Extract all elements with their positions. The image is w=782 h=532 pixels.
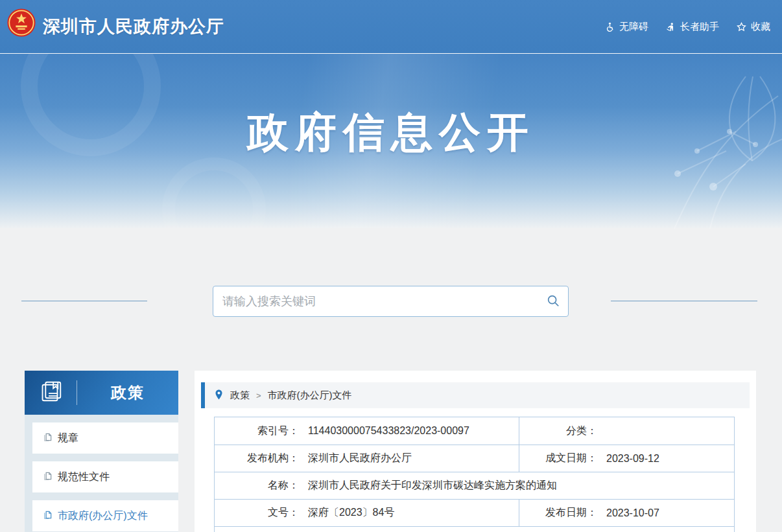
elder-assist-link[interactable]: 长者助手 — [665, 21, 719, 33]
banner: 政府信息公开 — [0, 53, 782, 228]
sidebar-item-municipal-government-documents[interactable]: 市政府(办公厅)文件 — [32, 500, 178, 531]
sidebar-title: 政策 — [77, 382, 178, 403]
publisher-label: 发布机构： — [215, 452, 299, 465]
publisher-cell: 发布机构： 深圳市人民政府办公厅 — [215, 445, 519, 472]
page: 深圳市人民政府办公厅 无障碍 — [0, 0, 782, 532]
location-pin-icon — [205, 389, 230, 402]
document-icon — [43, 432, 53, 445]
document-icon — [43, 471, 53, 483]
index-number-cell: 索引号： 114403000075433823/2023-00097 — [215, 417, 519, 445]
national-emblem-icon — [6, 8, 36, 38]
breadcrumb: 政策 > 市政府(办公厅)文件 — [201, 382, 750, 408]
accessibility-icon — [604, 21, 615, 32]
publish-date-value: 2023-10-07 — [597, 507, 659, 519]
favorite-label: 收藏 — [751, 21, 770, 33]
decorative-line-left — [21, 301, 147, 301]
index-number-value: 114403000075433823/2023-00097 — [299, 425, 469, 437]
search-icon — [546, 294, 560, 310]
top-bar: 深圳市人民政府办公厅 无障碍 — [0, 0, 782, 53]
written-date-value: 2023-09-12 — [597, 453, 659, 465]
sidebar-item-label: 规范性文件 — [58, 470, 110, 484]
breadcrumb-item-current: 市政府(办公厅)文件 — [268, 389, 352, 402]
table-row: 文号： 深府〔2023〕84号 发布日期： 2023-10-07 — [215, 499, 734, 526]
document-name-value: 深圳市人民政府关于印发深圳市碳达峰实施方案的通知 — [299, 479, 557, 492]
elder-assist-label: 长者助手 — [680, 21, 719, 33]
publish-date-label: 发布日期： — [519, 506, 597, 520]
sidebar-item-normative-documents[interactable]: 规范性文件 — [32, 461, 178, 492]
search-input[interactable] — [213, 286, 538, 316]
search-button[interactable] — [538, 286, 568, 316]
decorative-line-right — [611, 301, 757, 301]
search-box — [213, 286, 569, 317]
main-content-card: 政策 > 市政府(办公厅)文件 索引号： 114403000075433823/… — [195, 371, 756, 532]
document-name-label: 名称： — [215, 479, 299, 492]
top-links: 无障碍 长者助手 收藏 — [604, 0, 770, 53]
publisher-value: 深圳市人民政府办公厅 — [299, 452, 412, 465]
document-info-table: 索引号： 114403000075433823/2023-00097 分类： 发… — [214, 417, 735, 532]
table-row: 名称： 深圳市人民政府关于印发深圳市碳达峰实施方案的通知 — [215, 472, 734, 499]
category-label: 分类： — [519, 424, 597, 438]
sidebar-item-label: 规章 — [58, 432, 78, 445]
written-date-label: 成文日期： — [519, 452, 597, 465]
doc-number-label: 文号： — [215, 506, 299, 520]
document-name-cell: 名称： 深圳市人民政府关于印发深圳市碳达峰实施方案的通知 — [215, 472, 734, 499]
site-title: 深圳市人民政府办公厅 — [43, 0, 224, 53]
sidebar: 政策 规章 规范性文件 市政府(办公厅) — [25, 371, 178, 532]
breadcrumb-separator: > — [256, 391, 261, 400]
breadcrumb-item-policy[interactable]: 政策 — [230, 389, 250, 402]
table-row: 发布机构： 深圳市人民政府办公厅 成文日期： 2023-09-12 — [215, 445, 734, 472]
written-date-cell: 成文日期： 2023-09-12 — [519, 445, 734, 472]
table-row — [215, 526, 734, 532]
table-row: 索引号： 114403000075433823/2023-00097 分类： — [215, 417, 734, 445]
sidebar-header: 政策 — [25, 371, 178, 415]
page-title: 政府信息公开 — [0, 104, 782, 161]
document-icon — [43, 510, 53, 522]
doc-number-cell: 文号： 深府〔2023〕84号 — [215, 500, 519, 526]
book-icon — [25, 379, 64, 406]
star-icon — [736, 21, 747, 32]
accessibility-label: 无障碍 — [619, 21, 648, 33]
category-cell: 分类： — [519, 417, 734, 445]
sidebar-item-regulations[interactable]: 规章 — [32, 422, 178, 454]
favorite-link[interactable]: 收藏 — [736, 21, 770, 33]
accessibility-link[interactable]: 无障碍 — [604, 21, 648, 33]
sidebar-item-label: 市政府(办公厅)文件 — [58, 509, 148, 523]
doc-number-value: 深府〔2023〕84号 — [299, 506, 394, 520]
publish-date-cell: 发布日期： 2023-10-07 — [519, 500, 734, 526]
index-number-label: 索引号： — [215, 424, 299, 438]
elder-assist-icon — [665, 21, 676, 32]
